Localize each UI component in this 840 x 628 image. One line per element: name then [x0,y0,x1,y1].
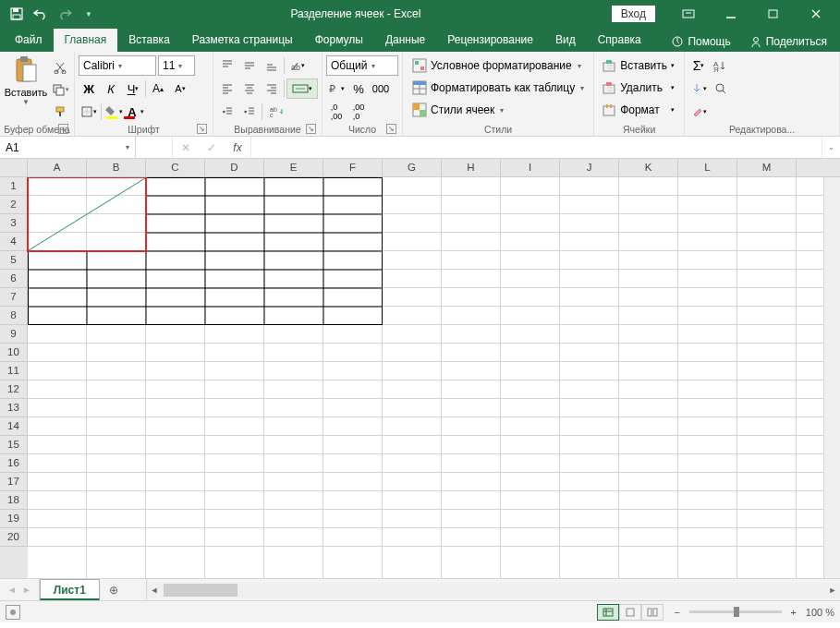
align-bottom-button[interactable] [262,55,282,76]
wrap-text-button[interactable]: abc [264,102,290,122]
column-header-A[interactable]: A [28,159,87,176]
fill-color-button[interactable]: ▾ [103,102,124,122]
underline-button[interactable]: Ч▾ [123,78,143,99]
borders-button[interactable]: ▾ [79,102,99,122]
align-middle-button[interactable] [239,55,260,76]
font-size-combo[interactable]: 11▾ [158,55,195,76]
column-header-F[interactable]: F [323,159,383,176]
format-painter-button[interactable] [50,102,70,122]
column-header-C[interactable]: C [146,159,205,176]
row-header-12[interactable]: 12 [0,380,28,399]
zoom-in-button[interactable]: + [787,607,800,618]
zoom-level[interactable]: 100 % [806,607,834,618]
tab-help[interactable]: Справка [587,29,652,52]
expand-formula-bar[interactable]: ⌄ [822,137,840,158]
row-header-8[interactable]: 8 [0,307,28,325]
orientation-button[interactable]: ab▾ [286,55,307,76]
row-header-19[interactable]: 19 [0,510,28,528]
bold-button[interactable]: Ж [79,78,99,99]
row-header-18[interactable]: 18 [0,491,28,510]
tab-pagelayout[interactable]: Разметка страницы [181,29,304,52]
column-header-G[interactable]: G [383,159,442,176]
undo-button[interactable] [30,3,52,25]
insert-cells-button[interactable]: Вставить▾ [598,55,678,76]
tab-review[interactable]: Рецензирование [436,29,544,52]
row-header-9[interactable]: 9 [0,325,28,344]
decrease-indent-button[interactable] [217,102,237,122]
autosum-button[interactable]: Σ▾ [688,55,709,76]
close-button[interactable] [796,0,836,28]
decrease-font-button[interactable]: A▾ [170,78,190,99]
copy-button[interactable]: ▾ [50,79,70,100]
qat-customize[interactable]: ▼ [78,3,100,25]
hscroll-thumb[interactable] [164,584,237,597]
font-launcher[interactable]: ↘ [197,124,207,134]
row-header-3[interactable]: 3 [0,214,28,233]
format-as-table-button[interactable]: Форматировать как таблицу▾ [407,78,590,98]
name-box[interactable]: A1 [6,141,19,154]
format-cells-button[interactable]: Формат▾ [598,100,678,120]
maximize-button[interactable] [753,0,794,28]
column-header-K[interactable]: K [619,159,678,176]
zoom-slider[interactable] [689,610,782,613]
column-header-L[interactable]: L [678,159,737,176]
insert-function-button[interactable]: fx [225,137,250,158]
page-break-view-button[interactable] [641,604,663,621]
paste-button[interactable]: Вставить ▼ [4,54,48,108]
tab-home[interactable]: Главная [54,29,118,52]
number-format-combo[interactable]: Общий▾ [326,55,398,76]
merge-button[interactable]: ▾ [286,78,318,99]
column-header-J[interactable]: J [560,159,619,176]
cell-styles-button[interactable]: Стили ячеек▾ [407,100,590,120]
row-header-15[interactable]: 15 [0,436,28,454]
column-header-B[interactable]: B [87,159,146,176]
page-layout-view-button[interactable] [619,604,641,621]
tab-formulas[interactable]: Формулы [304,29,374,52]
alignment-launcher[interactable]: ↘ [306,124,316,134]
sort-filter-button[interactable]: AЯ [711,55,731,76]
row-header-4[interactable]: 4 [0,233,28,251]
row-header-14[interactable]: 14 [0,417,28,436]
signin-button[interactable]: Вход [612,6,655,22]
delete-cells-button[interactable]: Удалить▾ [598,78,678,98]
increase-decimal-button[interactable]: ,0,00 [326,102,347,122]
cancel-formula-button[interactable]: ✕ [173,137,199,158]
zoom-out-button[interactable]: − [671,607,684,618]
column-header-D[interactable]: D [205,159,264,176]
sheet-nav-first[interactable]: ◄ [7,585,17,595]
align-top-button[interactable] [217,55,237,76]
enter-formula-button[interactable]: ✓ [199,137,225,158]
redo-button[interactable] [54,3,76,25]
tab-data[interactable]: Данные [374,29,436,52]
font-name-combo[interactable]: Calibri▾ [79,55,156,76]
select-all-corner[interactable] [0,159,28,176]
clear-button[interactable]: ▾ [688,102,709,122]
tell-me[interactable]: Помощь [665,31,736,52]
accounting-format-button[interactable]: ₽▾ [326,78,347,99]
column-header-H[interactable]: H [442,159,501,176]
increase-indent-button[interactable] [239,102,260,122]
sheet-nav-prev[interactable]: ► [22,585,31,595]
row-header-5[interactable]: 5 [0,251,28,270]
tab-insert[interactable]: Вставка [117,29,181,52]
row-header-1[interactable]: 1 [0,177,28,196]
save-button[interactable] [6,3,28,25]
minimize-button[interactable] [711,0,751,28]
row-header-20[interactable]: 20 [0,528,28,547]
horizontal-scrollbar[interactable]: ◄ ► [147,583,840,598]
vertical-scrollbar[interactable] [823,177,840,578]
font-color-button[interactable]: A▾ [126,102,146,122]
cut-button[interactable] [50,57,70,78]
record-macro-button[interactable] [6,605,20,620]
align-center-button[interactable] [239,78,260,99]
name-box-dropdown[interactable]: ▾ [126,143,129,151]
conditional-formatting-button[interactable]: Условное форматирование▾ [407,55,590,76]
ribbon-display-options[interactable] [668,0,709,28]
new-sheet-button[interactable]: ⊕ [100,579,128,600]
italic-button[interactable]: К [101,78,121,99]
decrease-decimal-button[interactable]: ,00,0 [348,102,369,122]
row-header-13[interactable]: 13 [0,399,28,417]
align-left-button[interactable] [217,78,237,99]
normal-view-button[interactable] [597,604,619,621]
row-header-17[interactable]: 17 [0,473,28,491]
